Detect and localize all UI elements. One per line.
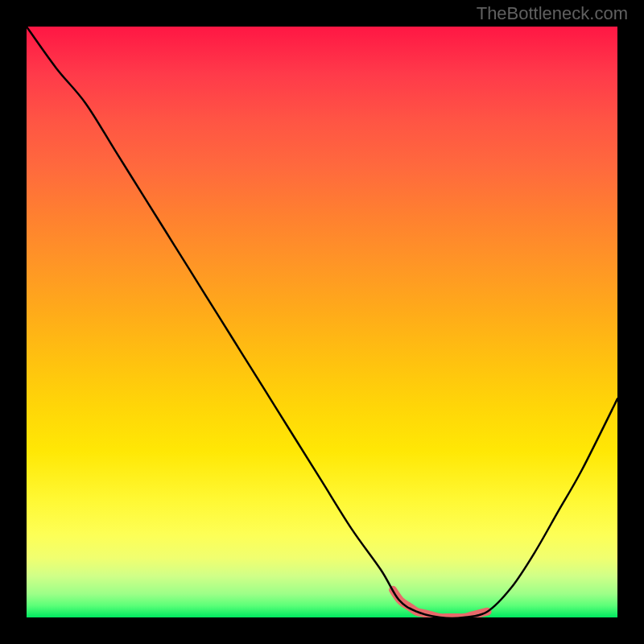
plot-area (27, 27, 617, 617)
chart-svg (27, 27, 617, 617)
watermark-text: TheBottleneck.com (477, 3, 628, 24)
bottleneck-curve-line (27, 27, 617, 617)
optimal-zone-highlight (393, 590, 487, 617)
